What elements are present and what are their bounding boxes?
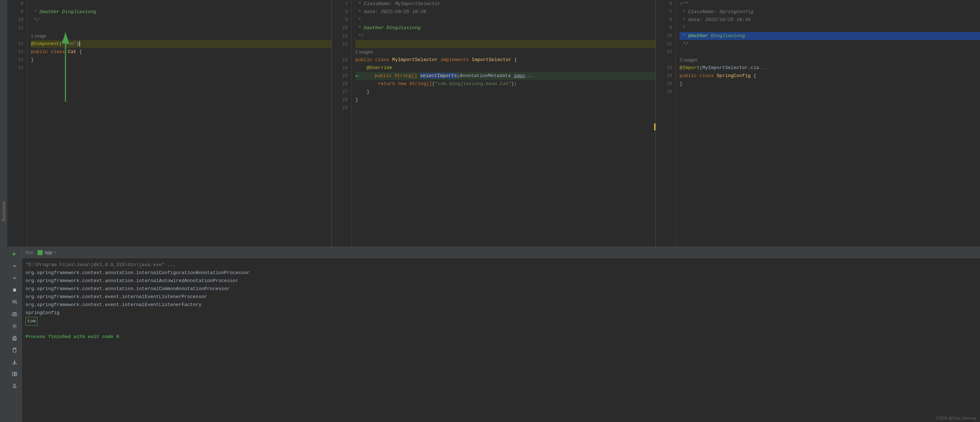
output-line-4: org.springframework.context.annotation.i… xyxy=(25,285,976,293)
editor-panel-mid: 7 8 9 10 11 12 13 14 15 16 17 18 19 xyxy=(332,0,656,246)
run-output: "D:\Program Files\Java\jdk1.8.0_333\bin\… xyxy=(22,258,980,422)
svg-rect-11 xyxy=(13,336,16,337)
app-tab-close[interactable]: × xyxy=(54,251,56,254)
code-mid: * ClassName: MyImportSelector * date: 20… xyxy=(352,0,656,246)
run-button[interactable] xyxy=(10,249,20,259)
svg-rect-14 xyxy=(13,372,14,376)
svg-rect-17 xyxy=(38,251,41,254)
svg-point-8 xyxy=(13,314,15,316)
run-panel: Run: App × "D:\Program Files\Java\jdk1.8… xyxy=(7,247,980,422)
svg-rect-12 xyxy=(13,339,16,340)
code-left: * @author DingJiaxiong */ 1 usage @Compo… xyxy=(27,0,331,246)
camera-button[interactable] xyxy=(10,309,20,319)
output-line-tom: tom xyxy=(25,317,976,325)
svg-marker-2 xyxy=(13,252,16,256)
bookmarks-label: Bookmarks xyxy=(0,0,7,422)
run-toolbar xyxy=(7,247,22,422)
watermark: CSDN @Ding Jiaxiong xyxy=(936,416,976,420)
format-button[interactable] xyxy=(10,297,20,307)
line-numbers-right: 6 7 8 9 10 11 12 13 14 15 16 xyxy=(656,0,676,246)
svg-point-9 xyxy=(14,325,15,327)
delete-button[interactable] xyxy=(10,345,20,355)
print-button[interactable] xyxy=(10,333,20,343)
svg-rect-16 xyxy=(15,374,17,376)
editor-panel-right: 6 7 8 9 10 11 12 13 14 15 16 /** xyxy=(656,0,980,246)
output-line-blank xyxy=(25,325,976,333)
output-line-7: springConfig xyxy=(25,309,976,317)
app-tab-icon xyxy=(37,250,43,255)
usage-hint-right: 2 usages xyxy=(679,56,980,64)
code-right: /** * ClassName: SpringConfig * date: 20… xyxy=(676,0,980,246)
pin-button[interactable] xyxy=(10,381,20,391)
tom-output: tom xyxy=(25,317,37,326)
svg-rect-3 xyxy=(13,289,16,292)
scroll-up-button[interactable] xyxy=(10,261,20,271)
output-line-process: Process finished with exit code 0 xyxy=(25,333,976,341)
output-line-6: org.springframework.context.event.intern… xyxy=(25,301,976,309)
app-tab[interactable]: App × xyxy=(37,250,56,255)
usage-hint-left: 1 usage xyxy=(31,32,331,40)
layout-button[interactable] xyxy=(10,369,20,379)
output-line-1: "D:\Program Files\Java\jdk1.8.0_333\bin\… xyxy=(25,261,976,269)
svg-rect-13 xyxy=(13,349,16,352)
usage-hint-mid: 2 usages xyxy=(355,48,656,56)
line-numbers-left: 8 9 10 11 12 13 14 15 xyxy=(7,0,27,246)
editor-panel-left: 8 9 10 11 12 13 14 15 * @author DingJiax… xyxy=(7,0,332,246)
svg-rect-15 xyxy=(15,372,17,374)
run-output-container: Run: App × "D:\Program Files\Java\jdk1.8… xyxy=(22,247,980,422)
output-line-2: org.springframework.context.annotation.i… xyxy=(25,269,976,277)
output-line-5: org.springframework.context.event.intern… xyxy=(25,293,976,301)
app-tab-label: App xyxy=(45,250,52,255)
line-numbers-mid: 7 8 9 10 11 12 13 14 15 16 17 18 19 xyxy=(332,0,352,246)
run-label: Run: xyxy=(25,250,35,255)
import-button[interactable] xyxy=(10,357,20,367)
settings-button[interactable] xyxy=(10,321,20,331)
stop-button[interactable] xyxy=(10,285,20,295)
output-line-3: org.springframework.context.annotation.i… xyxy=(25,277,976,285)
run-tab-bar: Run: App × xyxy=(22,247,980,258)
scroll-down-button[interactable] xyxy=(10,273,20,283)
